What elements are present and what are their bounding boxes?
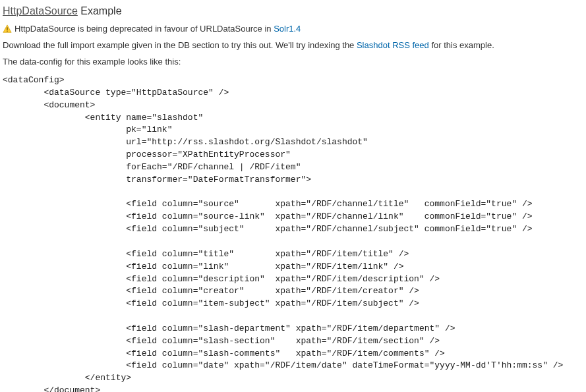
dataconfig-intro: The data-config for this example looks l… xyxy=(3,57,586,67)
warning-icon xyxy=(3,24,12,34)
dataconfig-codeblock: <dataConfig> <dataSource type="HttpDataS… xyxy=(3,74,586,392)
para1-before: Download the full import example given i… xyxy=(3,40,357,50)
svg-rect-0 xyxy=(7,27,7,30)
section-heading: HttpDataSource Example xyxy=(3,5,586,17)
heading-link[interactable]: HttpDataSource xyxy=(3,5,78,16)
svg-rect-1 xyxy=(7,31,7,32)
slashdot-rss-link[interactable]: Slashdot RSS feed xyxy=(357,40,429,50)
heading-suffix: Example xyxy=(78,5,122,16)
download-paragraph: Download the full import example given i… xyxy=(3,40,586,50)
warning-text: HttpDataSource is being deprecated in fa… xyxy=(15,24,274,34)
para1-after: for this example. xyxy=(429,40,494,50)
solr-version-link[interactable]: Solr1.4 xyxy=(274,24,301,34)
deprecation-warning: HttpDataSource is being deprecated in fa… xyxy=(3,24,586,34)
